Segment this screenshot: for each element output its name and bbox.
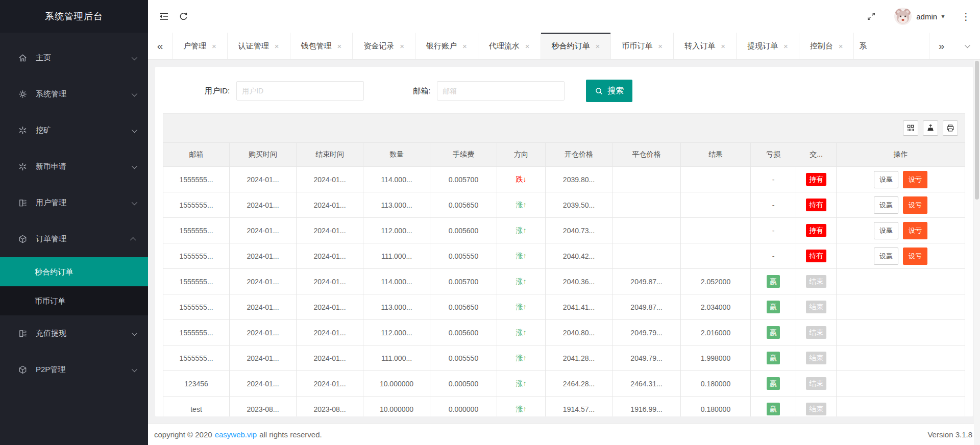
chevron-down-icon [132, 90, 137, 96]
sidebar-item[interactable]: 新币申请 [0, 149, 148, 185]
cell-close-price [612, 243, 681, 269]
cell-fee: 0.005600 [430, 320, 497, 345]
fullscreen-icon[interactable] [862, 7, 881, 26]
set-lose-button[interactable]: 设亏 [903, 222, 927, 239]
column-header: 手续费 [430, 143, 497, 167]
tab-label: 币币订单 [622, 41, 652, 51]
set-win-button[interactable]: 设赢 [874, 196, 898, 214]
tab-close-icon[interactable]: × [275, 42, 279, 51]
avatar[interactable] [894, 8, 912, 25]
direction-up-label: 涨↑ [516, 252, 527, 260]
tab[interactable]: 资金记录× [353, 33, 415, 59]
user-menu[interactable]: admin ▼ [916, 12, 946, 21]
easyweb-link[interactable]: easyweb.vip [215, 430, 257, 439]
tab[interactable]: 代理流水× [478, 33, 541, 59]
user-id-input[interactable] [236, 81, 364, 101]
set-win-button[interactable]: 设赢 [874, 171, 898, 188]
email-input[interactable] [437, 81, 565, 101]
cell-status: 结束 [796, 269, 837, 294]
cell-open-price: 2040.42... [546, 243, 612, 269]
tab[interactable]: 控制台× [799, 33, 854, 59]
tab[interactable]: 户管理× [173, 33, 228, 59]
sidebar-item[interactable]: 主页 [0, 40, 148, 76]
tab[interactable]: 转入订单× [674, 33, 737, 59]
status-badge: 持有 [806, 224, 826, 236]
sidebar-item[interactable]: 充值提现 [0, 315, 148, 352]
cell-loss: - [751, 218, 796, 243]
tabs-scroll-right-button[interactable]: » [929, 33, 953, 59]
tabs-dropdown-button[interactable] [953, 33, 980, 59]
sidebar-item[interactable]: P2P管理 [0, 352, 148, 388]
cell-loss: 赢 [751, 269, 796, 294]
sidebar-subitem[interactable]: 币币订单 [0, 286, 148, 315]
tab-close-icon[interactable]: × [596, 42, 600, 51]
cell-end-time: 2023-08... [297, 397, 363, 417]
tab-close-icon[interactable]: × [658, 42, 663, 51]
set-lose-button[interactable]: 设亏 [903, 248, 927, 265]
tab[interactable]: 认证管理× [228, 33, 290, 59]
cell-email: 123456 [163, 371, 230, 397]
set-win-button[interactable]: 设赢 [874, 248, 898, 265]
tabs-scroll-left-button[interactable]: « [148, 33, 173, 59]
tab[interactable]: 银行账户× [415, 33, 478, 59]
tab-close-icon[interactable]: × [400, 42, 404, 51]
sidebar-item-label: 系统管理 [36, 89, 132, 99]
set-lose-button[interactable]: 设亏 [903, 171, 927, 188]
tab[interactable]: 币币订单× [611, 33, 674, 59]
cell-status: 结束 [796, 397, 837, 417]
print-button[interactable] [943, 120, 958, 136]
tabs-strip: 户管理×认证管理×钱包管理×资金记录×银行账户×代理流水×秒合约订单×币币订单×… [173, 33, 929, 59]
sidebar-item[interactable]: 用户管理 [0, 185, 148, 221]
sidebar-item[interactable]: 挖矿 [0, 112, 148, 149]
tab-close-icon[interactable]: × [525, 42, 530, 51]
tab[interactable]: 钱包管理× [290, 33, 353, 59]
cell-close-price [612, 218, 681, 243]
chevron-down-icon [965, 42, 970, 48]
cell-loss: 赢 [751, 371, 796, 397]
tab-close-icon[interactable]: × [839, 42, 843, 51]
cell-loss: - [751, 243, 796, 269]
sidebar-item[interactable]: 订单管理 [0, 221, 148, 257]
column-header: 方向 [497, 143, 546, 167]
cell-end-time: 2024-01... [297, 243, 363, 269]
direction-up-label: 涨↑ [516, 328, 527, 336]
vertical-scrollbar[interactable] [974, 60, 980, 445]
status-badge: 结束 [806, 403, 826, 415]
cell-actions: 设赢设亏 [837, 243, 965, 269]
tab-close-icon[interactable]: × [212, 42, 216, 51]
tab-close-icon[interactable]: × [462, 42, 467, 51]
sidebar-nav: 主页系统管理挖矿新币申请用户管理订单管理秒合约订单币币订单充值提现P2P管理 [0, 33, 148, 445]
sidebar-item-label: 订单管理 [36, 234, 132, 244]
search-button[interactable]: 搜索 [586, 80, 632, 102]
cell-email: 1555555... [163, 294, 230, 320]
copyright-text: copyright © 2020 [154, 430, 212, 439]
tab[interactable]: 提现订单× [737, 33, 799, 59]
sidebar-subitem[interactable]: 秒合约订单 [0, 257, 148, 286]
cell-direction: 涨↑ [497, 269, 546, 294]
tab-close-icon[interactable]: × [721, 42, 725, 51]
cell-email: 1555555... [163, 269, 230, 294]
tab-close-icon[interactable]: × [337, 42, 342, 51]
set-win-button[interactable]: 设赢 [874, 222, 898, 239]
tab-close-icon[interactable]: × [783, 42, 788, 51]
tab[interactable]: 系 [854, 33, 872, 59]
columns-filter-button[interactable] [903, 120, 918, 136]
chevron-down-icon [132, 54, 137, 60]
table-body: 1555555...2024-01...2024-01...114.000...… [163, 167, 965, 417]
sidebar-submenu: 秒合约订单币币订单 [0, 257, 148, 315]
scrollbar-thumb[interactable] [975, 61, 979, 200]
export-button[interactable] [923, 120, 938, 136]
cell-result [681, 243, 751, 269]
cell-end-time: 2024-01... [297, 294, 363, 320]
set-lose-button[interactable]: 设亏 [903, 196, 927, 214]
cell-open-price: 2039.80... [546, 167, 612, 192]
tab[interactable]: 秒合约订单× [541, 33, 611, 59]
chevron-down-icon [132, 199, 137, 205]
search-icon [595, 87, 603, 95]
collapse-sidebar-icon[interactable] [154, 7, 174, 26]
sidebar-item[interactable]: 系统管理 [0, 76, 148, 112]
more-menu-icon[interactable]: ⋮ [961, 12, 971, 21]
status-badge: 结束 [806, 301, 826, 313]
cell-close-price: 2049.79... [612, 345, 681, 371]
refresh-icon[interactable] [174, 7, 193, 26]
